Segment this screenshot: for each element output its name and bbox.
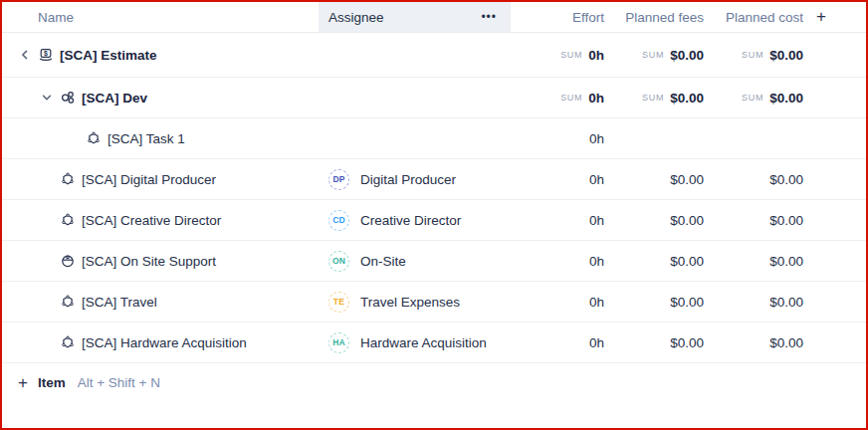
planned-fees-value: $0.00 — [670, 48, 704, 63]
planned-cost-cell[interactable]: $0.00 — [704, 172, 803, 187]
effort-cell[interactable]: SUM 0h — [511, 48, 604, 63]
assignee-label: On-Site — [360, 254, 406, 269]
effort-value: 0h — [589, 295, 604, 310]
sum-label: SUM — [742, 50, 763, 60]
table-row[interactable]: [SCA] Task 1 0h — [2, 118, 866, 159]
rows-container: $ [SCA] Estimate SUM 0h SUM $0.00 SUM $0… — [2, 33, 866, 363]
effort-cell[interactable]: 0h — [511, 172, 604, 187]
assignee-badge: DP — [328, 169, 349, 190]
sum-label: SUM — [642, 50, 664, 60]
name-cell[interactable]: [SCA] Digital Producer — [2, 171, 319, 187]
add-item-label: Item — [38, 375, 66, 390]
chevron-left-icon[interactable] — [18, 48, 32, 62]
assignee-label: Digital Producer — [360, 172, 456, 187]
sum-label: SUM — [642, 93, 664, 103]
effort-value: 0h — [588, 48, 604, 63]
column-header-effort[interactable]: Effort — [511, 2, 604, 32]
table-row[interactable]: [SCA] Travel TE Travel Expenses 0h $0.00… — [2, 282, 866, 322]
effort-cell[interactable]: 0h — [511, 335, 604, 350]
planned-fees-cell[interactable]: SUM $0.00 — [604, 91, 704, 106]
assignee-cell[interactable]: HA Hardware Acquisition — [319, 332, 511, 353]
table-row[interactable]: [SCA] On Site Support ON On-Site 0h $0.0… — [2, 241, 866, 282]
task-icon — [86, 130, 102, 146]
svg-text:$: $ — [44, 50, 48, 58]
row-name: [SCA] On Site Support — [82, 254, 216, 269]
table-row[interactable]: [SCA] Dev SUM 0h SUM $0.00 SUM $0.00 — [2, 78, 866, 118]
effort-value: 0h — [589, 335, 604, 350]
effort-cell[interactable]: 0h — [511, 131, 604, 146]
assignee-cell[interactable]: CD Creative Director — [319, 210, 511, 231]
name-cell[interactable]: [SCA] Creative Director — [2, 212, 319, 228]
table-row[interactable]: [SCA] Digital Producer DP Digital Produc… — [2, 159, 866, 200]
estimate-table: Name Assignee ••• Effort Planned fees Pl… — [0, 0, 868, 430]
assignee-badge: CD — [328, 210, 349, 231]
column-header-planned-cost[interactable]: Planned cost — [704, 2, 803, 32]
onsite-icon — [60, 253, 76, 269]
assignee-cell[interactable]: ON On-Site — [319, 251, 511, 272]
planned-fees-cell[interactable]: $0.00 — [604, 172, 704, 187]
effort-cell[interactable]: 0h — [511, 254, 604, 269]
effort-cell[interactable]: 0h — [511, 295, 604, 310]
plus-icon: + — [18, 374, 28, 391]
row-name: [SCA] Travel — [82, 295, 157, 310]
assignee-badge: ON — [328, 251, 349, 272]
planned-cost-value: $0.00 — [769, 295, 803, 310]
assignee-badge: TE — [328, 292, 349, 313]
add-item-button[interactable]: + Item Alt + Shift + N — [18, 374, 160, 391]
effort-cell[interactable]: 0h — [511, 213, 604, 228]
table-row[interactable]: $ [SCA] Estimate SUM 0h SUM $0.00 SUM $0… — [2, 33, 866, 78]
table-row[interactable]: [SCA] Creative Director CD Creative Dire… — [2, 200, 866, 241]
planned-cost-cell[interactable]: SUM $0.00 — [704, 91, 803, 106]
planned-cost-value: $0.00 — [769, 213, 803, 228]
planned-fees-value: $0.00 — [670, 213, 704, 228]
name-cell[interactable]: [SCA] Task 1 — [2, 130, 319, 146]
planned-fees-cell[interactable]: $0.00 — [604, 295, 704, 310]
task-icon — [60, 294, 76, 310]
name-cell[interactable]: [SCA] Hardware Acquisition — [2, 334, 319, 350]
name-cell[interactable]: [SCA] On Site Support — [2, 253, 319, 269]
planned-fees-cell[interactable]: $0.00 — [604, 254, 704, 269]
assignee-cell[interactable]: DP Digital Producer — [319, 169, 511, 190]
row-name: [SCA] Digital Producer — [82, 172, 216, 187]
planned-fees-value: $0.00 — [670, 172, 704, 187]
column-header-assignee-label: Assignee — [328, 10, 384, 25]
planned-fees-cell[interactable]: $0.00 — [604, 213, 704, 228]
table-row[interactable]: [SCA] Hardware Acquisition HA Hardware A… — [2, 322, 866, 363]
add-column-button[interactable]: + — [803, 2, 866, 32]
planned-fees-cell[interactable]: SUM $0.00 — [604, 48, 704, 63]
task-icon — [60, 171, 76, 187]
effort-value: 0h — [589, 131, 604, 146]
planned-cost-cell[interactable]: $0.00 — [704, 213, 803, 228]
service-group-icon — [60, 90, 76, 106]
row-name: [SCA] Task 1 — [108, 131, 185, 146]
planned-cost-cell[interactable]: $0.00 — [704, 254, 803, 269]
planned-cost-cell[interactable]: $0.00 — [704, 295, 803, 310]
planned-fees-value: $0.00 — [670, 91, 704, 106]
name-cell[interactable]: [SCA] Travel — [2, 294, 319, 310]
assignee-label: Travel Expenses — [360, 295, 460, 310]
planned-cost-value: $0.00 — [769, 172, 803, 187]
name-cell[interactable]: $ [SCA] Estimate — [2, 47, 319, 63]
planned-fees-cell[interactable]: $0.00 — [604, 335, 704, 350]
planned-cost-value: $0.00 — [769, 254, 803, 269]
assignee-cell[interactable]: TE Travel Expenses — [319, 292, 511, 313]
effort-value: 0h — [588, 91, 604, 106]
column-header-assignee[interactable]: Assignee ••• — [319, 2, 511, 32]
sum-label: SUM — [742, 93, 763, 103]
name-cell[interactable]: [SCA] Dev — [2, 90, 319, 106]
assignee-label: Hardware Acquisition — [360, 335, 487, 350]
assignee-badge: HA — [328, 332, 349, 353]
column-header-name[interactable]: Name — [2, 2, 319, 32]
effort-cell[interactable]: SUM 0h — [511, 91, 604, 106]
planned-fees-value: $0.00 — [670, 254, 704, 269]
effort-value: 0h — [589, 172, 604, 187]
column-header-planned-fees[interactable]: Planned fees — [604, 2, 704, 32]
planned-cost-value: $0.00 — [769, 335, 803, 350]
planned-cost-cell[interactable]: $0.00 — [704, 335, 803, 350]
chevron-down-icon[interactable] — [40, 91, 54, 105]
task-icon — [60, 334, 76, 350]
planned-cost-cell[interactable]: SUM $0.00 — [704, 48, 803, 63]
column-menu-icon[interactable]: ••• — [481, 10, 497, 24]
add-item-shortcut: Alt + Shift + N — [78, 375, 160, 390]
table-footer: + Item Alt + Shift + N — [2, 363, 866, 428]
